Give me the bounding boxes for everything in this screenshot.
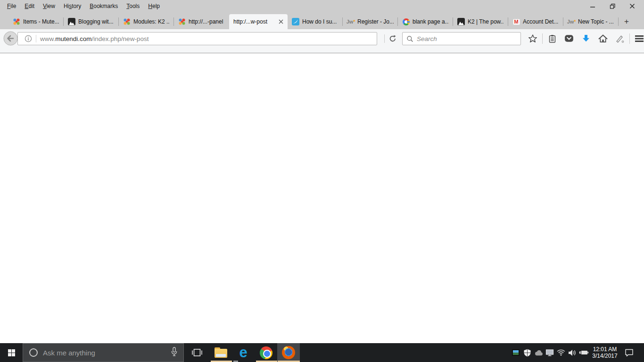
google-favicon-icon (402, 18, 410, 25)
file-explorer-icon (215, 349, 227, 358)
system-tray: 12:01 AM 3/14/2017 (510, 343, 637, 362)
clock-time: 12:01 AM (589, 346, 620, 353)
menu-hamburger-button[interactable] (634, 33, 644, 45)
microphone-icon[interactable] (171, 347, 178, 359)
menu-edit[interactable]: Edit (20, 1, 39, 11)
home-button[interactable] (597, 33, 609, 45)
volume-speaker-icon[interactable] (567, 343, 578, 362)
download-arrow-icon (581, 34, 591, 43)
pocket-button[interactable] (563, 33, 575, 45)
menu-label: V (43, 3, 47, 9)
tab-close-button[interactable] (279, 19, 283, 24)
jw-favicon-icon: Jw* (347, 18, 355, 25)
tab-title: Modules: K2 ... (133, 18, 170, 25)
menu-tools[interactable]: Tools (122, 1, 144, 11)
action-center-button[interactable] (620, 343, 637, 362)
back-button[interactable] (3, 31, 18, 46)
onedrive-cloud-icon[interactable] (533, 343, 544, 362)
restore-button[interactable] (603, 0, 622, 12)
tab-account-details[interactable]: M Account Det... (508, 14, 563, 29)
close-tab-icon (279, 19, 283, 24)
task-view-button[interactable] (187, 343, 207, 362)
tab-title: Account Det... (523, 18, 559, 25)
task-view-icon (191, 349, 203, 357)
menu-label: ools (129, 3, 140, 9)
tab-title: Blogging wit... (78, 18, 115, 25)
cortana-input[interactable] (43, 349, 171, 357)
bookmarks-panel-button[interactable] (546, 33, 558, 45)
start-button[interactable] (0, 343, 23, 362)
cortana-icon (29, 348, 38, 357)
tab-new-post-active[interactable]: http:/...w-post (229, 14, 288, 29)
edge-icon: e (239, 346, 247, 359)
windows-taskbar: e (0, 343, 644, 362)
menu-bookmarks[interactable]: Bookmarks (85, 1, 122, 11)
edge-button[interactable]: e (232, 343, 255, 362)
minimize-button[interactable] (583, 0, 603, 12)
tab-title: http:/...w-post (233, 18, 276, 25)
jw-text: Jw (567, 19, 574, 25)
defender-shield-icon[interactable] (521, 343, 533, 362)
url-path: /index.php/new-post (92, 35, 149, 42)
tab-k2-power[interactable]: K2 | The pow... (453, 14, 508, 29)
url-www: www. (40, 35, 55, 42)
tab-title: K2 | The pow... (468, 18, 504, 25)
reload-button[interactable] (387, 33, 398, 44)
menu-label: H (148, 3, 152, 9)
tab-blank-page[interactable]: blank page a... (398, 14, 453, 29)
menu-label: ile (10, 3, 16, 9)
tab-how-do-i[interactable]: How do I su... (288, 14, 343, 29)
menu-label: tory (72, 3, 81, 9)
battery-charging-icon[interactable] (578, 343, 589, 362)
url-text: www.mutendi.com/index.php/new-post (40, 35, 149, 42)
jw-text: Jw (347, 19, 354, 25)
windows-logo-icon (8, 349, 15, 356)
close-icon (629, 3, 635, 9)
site-info-icon[interactable] (25, 35, 32, 42)
wifi-icon[interactable] (555, 343, 567, 362)
jw-star: * (574, 19, 576, 25)
toolbar-divider (542, 33, 543, 44)
toolbar-divider (629, 33, 630, 44)
tab-register[interactable]: Jw* Register - Jo... (343, 14, 398, 29)
star-icon (528, 34, 537, 43)
search-bar (402, 32, 521, 45)
joomla-favicon-icon (178, 18, 186, 25)
pen-extension-button[interactable] (614, 33, 626, 45)
url-domain: mutendi.com (55, 35, 91, 42)
url-bar[interactable]: www.mutendi.com/index.php/new-post (17, 32, 377, 45)
tab-title: Register - Jo... (357, 18, 394, 25)
close-button[interactable] (622, 0, 642, 12)
back-arrow-icon (3, 31, 18, 46)
menu-help[interactable]: Help (144, 1, 164, 11)
file-explorer-button[interactable] (209, 343, 232, 362)
tray-app-icon[interactable] (510, 343, 521, 362)
firefox-button[interactable] (277, 343, 300, 362)
firefox-window: File Edit View History Bookmarks Tools H… (0, 0, 644, 362)
pocket-icon (564, 34, 574, 43)
tab-new-topic[interactable]: Jw* New Topic - ... (563, 14, 619, 29)
bookmark-star-button[interactable] (527, 33, 538, 45)
tab-title: http://...-panel (189, 18, 225, 25)
search-input[interactable] (417, 35, 520, 42)
jw-star: * (353, 19, 355, 25)
cortana-search-box[interactable] (23, 343, 184, 362)
tab-items-k2[interactable]: Items - Mute... (8, 14, 64, 29)
new-tab-button[interactable]: + (619, 16, 634, 27)
taskbar-clock[interactable]: 12:01 AM 3/14/2017 (589, 346, 620, 359)
menu-label: ookmarks (93, 3, 118, 9)
action-center-icon (625, 349, 634, 357)
menu-history[interactable]: History (59, 1, 85, 11)
tab-blogging[interactable]: Blogging wit... (64, 14, 119, 29)
hamburger-icon (635, 34, 644, 43)
home-icon (598, 34, 608, 43)
menu-view[interactable]: View (39, 1, 59, 11)
window-controls (583, 0, 642, 12)
chrome-button[interactable] (255, 343, 277, 362)
downloads-button[interactable] (580, 33, 592, 45)
tab-panel[interactable]: http://...-panel (174, 14, 229, 29)
tab-modules-k2[interactable]: Modules: K2 ... (119, 14, 174, 29)
menu-file[interactable]: File (3, 1, 20, 11)
tab-title: Items - Mute... (23, 18, 59, 25)
display-monitor-icon[interactable] (544, 343, 555, 362)
